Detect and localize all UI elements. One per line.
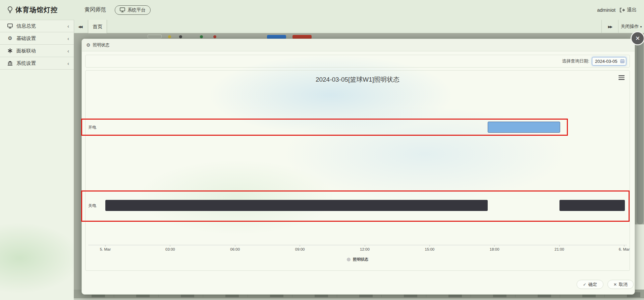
x-tick-label: 03:00 <box>165 247 175 251</box>
asterisk-icon <box>7 48 13 53</box>
sidebar: 信息总览 ‹ ⚙ 基础设置 ‹ 面板联动 ‹ <box>0 20 74 300</box>
y-category-on: 开电 <box>88 125 96 130</box>
logout-button[interactable]: 退出 <box>620 7 637 13</box>
modal-header: ⚙ 照明状态 <box>82 39 635 51</box>
app-logo: 体育场馆灯控 <box>7 5 58 14</box>
monitor-icon <box>120 7 125 12</box>
sidebar-item-info-overview[interactable]: 信息总览 ‹ <box>0 20 74 32</box>
occluded-status-dot-red <box>213 35 216 38</box>
page-edge <box>635 224 644 290</box>
y-category-off: 关电 <box>88 203 96 209</box>
close-icon[interactable]: ✕ <box>631 31 644 45</box>
chart-bar-off <box>105 200 488 211</box>
close-operations-dropdown[interactable]: 关闭操作 ▾ <box>618 20 644 33</box>
chart-legend[interactable]: 照明状态 <box>86 257 630 262</box>
sidebar-item-panel-linkage[interactable]: 面板联动 ‹ <box>0 45 74 57</box>
x-tick-label: 09:00 <box>295 247 305 251</box>
cancel-label: 取消 <box>619 282 628 288</box>
page-scrollbar[interactable] <box>637 35 643 224</box>
legend-marker <box>347 258 351 261</box>
cancel-button[interactable]: ✕ 取消 <box>607 280 634 289</box>
x-tick-label: 06:00 <box>230 247 240 251</box>
gear-icon: ⚙ <box>86 42 91 48</box>
platform-button-label: 系统平台 <box>127 7 146 13</box>
plot-area <box>105 71 624 271</box>
x-tickmark <box>429 245 430 247</box>
chevron-left-icon: ‹ <box>67 23 69 29</box>
sidebar-item-basic-settings[interactable]: ⚙ 基础设置 ‹ <box>0 32 74 45</box>
confirm-button[interactable]: ✓ 确定 <box>577 280 603 289</box>
x-tick-label: 5. Mar <box>100 247 111 251</box>
app-title: 体育场馆灯控 <box>15 5 58 14</box>
x-tick-label: 21:00 <box>554 247 564 251</box>
chevron-left-icon: ‹ <box>67 48 69 54</box>
x-tickmark <box>365 245 365 247</box>
expand-tabs-icon[interactable]: ▶▶ <box>601 20 618 33</box>
sidebar-item-label: 基础设置 <box>16 35 36 42</box>
header-right: adminiot 退出 <box>597 7 644 13</box>
bank-icon <box>7 61 13 66</box>
x-tickmark <box>235 245 235 247</box>
chart-bar-on <box>488 122 560 133</box>
x-tick-label: 15:00 <box>425 247 434 251</box>
org-name: 黄冈师范 <box>85 6 106 13</box>
platform-button[interactable]: 系统平台 <box>115 5 151 15</box>
lighting-status-modal: ⚙ 照明状态 ✕ 选择查询日期: 2024-03-05 2024-03-05[篮… <box>82 39 635 295</box>
occluded-status-dot-green <box>200 35 203 38</box>
date-input[interactable]: 2024-03-05 <box>592 57 626 66</box>
x-axis-line <box>88 245 627 245</box>
app-window: 体育场馆灯控 黄冈师范 系统平台 adminiot 退出 <box>0 0 644 300</box>
x-tickmark <box>105 245 106 247</box>
monitor-icon <box>7 24 13 29</box>
date-value: 2024-03-05 <box>595 59 620 64</box>
x-tick-label: 12:00 <box>360 247 370 251</box>
top-header: 体育场馆灯控 黄冈师范 系统平台 adminiot 退出 <box>0 0 644 20</box>
x-tickmark <box>300 245 300 247</box>
date-filter-row: 选择查询日期: 2024-03-05 <box>85 55 630 68</box>
occluded-status-dot-dark <box>179 35 182 38</box>
x-axis-labels: 5. Mar03:0006:0009:0012:0015:0018:0021:0… <box>105 247 624 252</box>
gear-icon: ⚙ <box>7 35 13 41</box>
tab-bar: ◀◀ 首页 ▶▶ 关闭操作 ▾ <box>74 20 644 33</box>
tab-home[interactable]: 首页 <box>88 20 107 33</box>
lighting-status-chart: 2024-03-05[篮球W1]照明状态 开电 关电 5. Mar03:0006… <box>85 70 630 271</box>
modal-title: 照明状态 <box>93 42 110 48</box>
sidebar-item-label: 信息总览 <box>16 23 36 29</box>
occluded-bottom-edge <box>74 298 644 300</box>
calendar-icon <box>620 59 625 63</box>
x-tick-label: 6. Mar <box>619 247 630 251</box>
logout-icon <box>620 8 625 12</box>
chevron-left-icon: ‹ <box>67 60 69 66</box>
chart-bar-off <box>559 200 625 211</box>
collapse-tabs-icon[interactable]: ◀◀ <box>78 20 82 33</box>
sidebar-item-label: 面板联动 <box>16 48 36 54</box>
x-tickmark <box>559 245 559 247</box>
chevron-left-icon: ‹ <box>67 36 69 41</box>
legend-label: 照明状态 <box>353 257 368 262</box>
confirm-label: 确定 <box>588 282 597 288</box>
username: adminiot <box>597 7 615 13</box>
logout-label: 退出 <box>627 7 637 13</box>
x-tickmark <box>494 245 495 247</box>
check-icon: ✓ <box>583 282 586 287</box>
sidebar-item-label: 系统设置 <box>16 60 36 67</box>
cross-icon: ✕ <box>613 282 617 287</box>
occluded-status-dot-yellow <box>168 35 171 38</box>
x-tickmark <box>170 245 170 247</box>
x-tick-label: 18:00 <box>490 247 499 251</box>
x-tickmark <box>624 245 625 247</box>
occluded-page-fragment <box>148 35 162 38</box>
caret-down-icon: ▾ <box>640 25 642 29</box>
lightbulb-icon <box>7 6 13 14</box>
close-operations-label: 关闭操作 <box>621 24 639 30</box>
sidebar-item-system-settings[interactable]: 系统设置 ‹ <box>0 57 74 70</box>
date-filter-label: 选择查询日期: <box>562 58 589 64</box>
